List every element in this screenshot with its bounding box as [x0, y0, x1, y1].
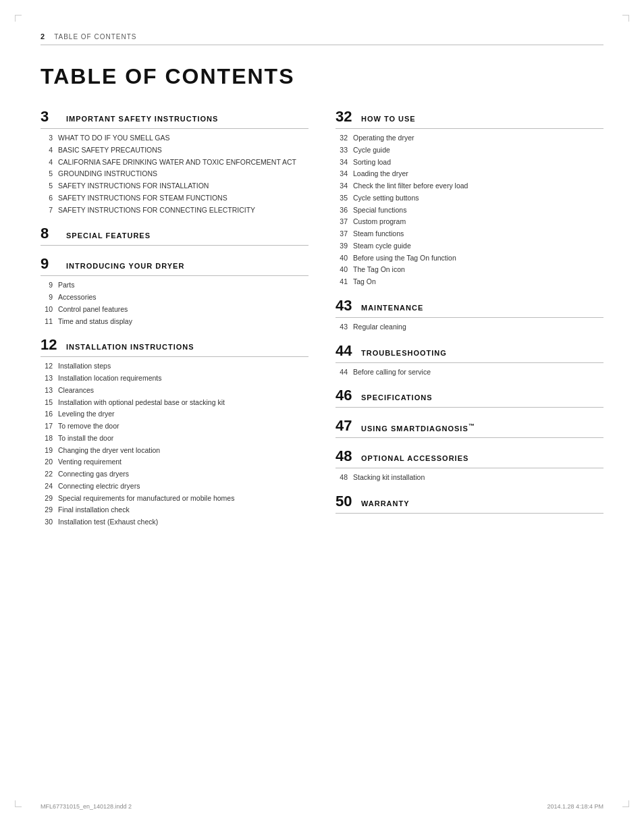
item-label: To install the door: [58, 433, 113, 444]
item-label: CALIFORNIA SAFE DRINKING WATER AND TOXIC…: [58, 157, 296, 168]
item-label: Special functions: [353, 205, 406, 216]
item-number: 37: [336, 217, 348, 227]
item-label: Before using the Tag On function: [353, 253, 456, 264]
list-item: 41Tag On: [336, 277, 603, 287]
list-item: 29Special requirements for manufactured …: [41, 493, 308, 504]
item-number: 32: [336, 133, 348, 144]
list-item: 37Steam functions: [336, 229, 603, 240]
item-number: 41: [336, 277, 348, 287]
item-number: 35: [336, 193, 348, 204]
footer-right: 2014.1.28 4:18:4 PM: [547, 803, 603, 810]
corner-tr: [622, 15, 629, 22]
item-number: 40: [336, 253, 348, 264]
toc-title: TABLE OF CONTENTS: [41, 64, 603, 89]
section-number: 43: [336, 297, 354, 314]
item-number: 5: [41, 181, 53, 192]
item-label: Sorting load: [353, 157, 391, 168]
section-title: MAINTENANCE: [361, 304, 423, 312]
item-number: 34: [336, 169, 348, 180]
item-number: 9: [41, 292, 53, 303]
item-label: Leveling the dryer: [58, 409, 114, 420]
item-number: 29: [41, 493, 53, 504]
list-item: 34Sorting load: [336, 157, 603, 168]
list-item: 15Installation with optional pedestal ba…: [41, 398, 308, 408]
item-label: Parts: [58, 280, 75, 291]
list-item: 5SAFETY INSTRUCTIONS FOR INSTALLATION: [41, 181, 308, 192]
section-items: 44Before calling for service: [336, 367, 603, 378]
item-number: 6: [41, 193, 53, 204]
item-label: Cycle setting buttons: [353, 193, 419, 204]
section-title: IMPORTANT SAFETY INSTRUCTIONS: [66, 115, 218, 123]
list-item: 22Connecting gas dryers: [41, 469, 308, 480]
section-number: 44: [336, 342, 354, 360]
item-label: Connecting electric dryers: [58, 481, 140, 492]
list-item: 4BASIC SAFETY PRECAUTIONS: [41, 145, 308, 156]
item-number: 3: [41, 133, 53, 144]
section-number: 50: [336, 493, 354, 510]
item-label: Final installation check: [58, 505, 130, 516]
section-header: 32HOW TO USE: [336, 108, 603, 129]
list-item: 5GROUNDING INSTRUCTIONS: [41, 169, 308, 180]
item-label: BASIC SAFETY PRECAUTIONS: [58, 145, 162, 156]
section-title: SPECIFICATIONS: [361, 393, 432, 402]
item-number: 20: [41, 457, 53, 468]
section-title: INTRODUCING YOUR DRYER: [66, 262, 184, 270]
list-item: 18To install the door: [41, 433, 308, 444]
list-item: 44Before calling for service: [336, 367, 603, 378]
list-item: 17To remove the door: [41, 421, 308, 432]
item-label: Time and status display: [58, 317, 132, 327]
list-item: 9Accessories: [41, 292, 308, 303]
section-items: 48Stacking kit installation: [336, 472, 603, 483]
item-number: 7: [41, 205, 53, 216]
item-number: 29: [41, 505, 53, 516]
item-label: Installation with optional pedestal base…: [58, 398, 225, 408]
list-item: 16Leveling the dryer: [41, 409, 308, 420]
item-number: 9: [41, 280, 53, 291]
item-label: Installation steps: [58, 361, 111, 372]
item-number: 24: [41, 481, 53, 492]
list-item: 13Clearances: [41, 385, 308, 396]
corner-br: [622, 800, 629, 807]
section-items: 32Operating the dryer33Cycle guide34Sort…: [336, 133, 603, 287]
section-block: 48OPTIONAL ACCESSORIES48Stacking kit ins…: [336, 447, 603, 483]
section-header: 50WARRANTY: [336, 493, 603, 514]
item-number: 34: [336, 157, 348, 168]
item-number: 11: [41, 317, 53, 327]
section-block: 8SPECIAL FEATURES: [41, 225, 308, 246]
item-number: 12: [41, 361, 53, 372]
section-number: 48: [336, 447, 354, 465]
section-header: 8SPECIAL FEATURES: [41, 225, 308, 246]
corner-bl: [15, 800, 22, 807]
item-number: 4: [41, 145, 53, 156]
section-items: 3WHAT TO DO IF YOU SMELL GAS4BASIC SAFET…: [41, 133, 308, 215]
list-item: 7SAFETY INSTRUCTIONS FOR CONNECTING ELEC…: [41, 205, 308, 216]
page-number: 2: [41, 32, 45, 40]
list-item: 9Parts: [41, 280, 308, 291]
list-item: 32Operating the dryer: [336, 133, 603, 144]
item-number: 36: [336, 205, 348, 216]
section-number: 12: [41, 336, 59, 354]
list-item: 11Time and status display: [41, 317, 308, 327]
list-item: 36Special functions: [336, 205, 603, 216]
section-block: 43MAINTENANCE43Regular cleaning: [336, 297, 603, 333]
section-block: 12INSTALLATION INSTRUCTIONS12Installatio…: [41, 336, 308, 528]
section-block: 32HOW TO USE32Operating the dryer33Cycle…: [336, 108, 603, 287]
section-title: TROUBLESHOOTING: [361, 349, 447, 357]
item-number: 19: [41, 445, 53, 456]
list-item: 43Regular cleaning: [336, 322, 603, 333]
list-item: 19Changing the dryer vent location: [41, 445, 308, 456]
list-item: 10Control panel features: [41, 304, 308, 315]
section-number: 47: [336, 417, 354, 435]
section-header: 48OPTIONAL ACCESSORIES: [336, 447, 603, 468]
section-block: 9INTRODUCING YOUR DRYER9Parts9Accessorie…: [41, 255, 308, 327]
section-items: 9Parts9Accessories10Control panel featur…: [41, 280, 308, 327]
item-number: 34: [336, 181, 348, 192]
list-item: 40Before using the Tag On function: [336, 253, 603, 264]
item-number: 40: [336, 265, 348, 275]
list-item: 20Venting requirement: [41, 457, 308, 468]
item-label: Installation test (Exhaust check): [58, 517, 158, 528]
list-item: 24Connecting electric dryers: [41, 481, 308, 492]
corner-tl: [15, 15, 22, 22]
section-block: 46SPECIFICATIONS: [336, 387, 603, 408]
item-number: 43: [336, 322, 348, 333]
